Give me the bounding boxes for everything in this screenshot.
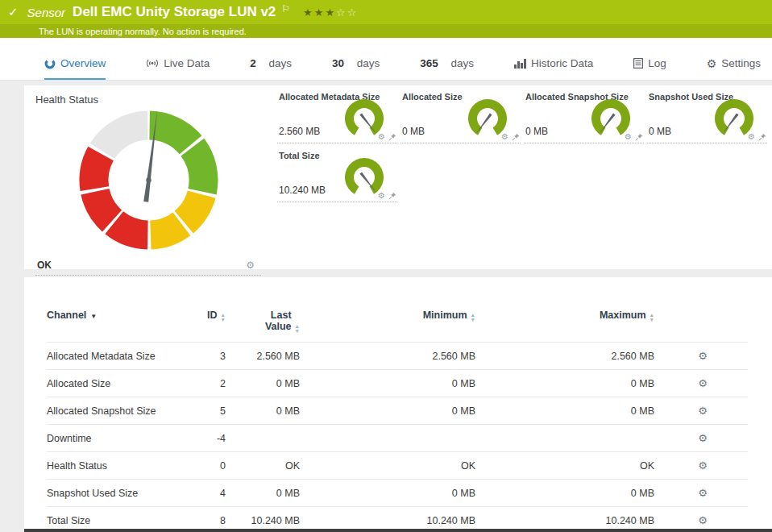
health-footer: OK ⚙ bbox=[35, 258, 261, 276]
column-header-last[interactable]: Last Value▲▼ bbox=[229, 305, 303, 343]
gauge-icons: ⚙ bbox=[625, 133, 643, 141]
column-label: Maximum bbox=[600, 310, 646, 321]
tab-label: Settings bbox=[721, 57, 761, 69]
sort-desc-icon: ▼ bbox=[90, 313, 97, 320]
column-label: Minimum bbox=[423, 310, 467, 321]
last-cell bbox=[229, 425, 303, 452]
tab-30-days[interactable]: 30 days bbox=[332, 57, 380, 80]
gauge-value: 0 MB bbox=[649, 126, 671, 137]
bottom-divider bbox=[24, 529, 772, 532]
actions-cell: ⚙ bbox=[658, 452, 748, 480]
sort-icon: ▲▼ bbox=[295, 324, 300, 334]
column-header-channel[interactable]: Channel▼ bbox=[47, 305, 184, 343]
channel-cell: Downtime bbox=[47, 425, 184, 452]
tab-historic-data[interactable]: Historic Data bbox=[514, 57, 593, 80]
channel-settings-icon[interactable]: ⚙ bbox=[698, 350, 708, 362]
column-label: Channel bbox=[47, 310, 86, 321]
min-cell: OK bbox=[303, 452, 479, 480]
sort-icon: ▲▼ bbox=[471, 313, 475, 322]
gear-icon[interactable]: ⚙ bbox=[378, 133, 385, 141]
last-cell: 0 MB bbox=[229, 370, 303, 397]
channel-settings-icon[interactable]: ⚙ bbox=[698, 432, 708, 444]
gauge-cell-allocated-size: Allocated Size0 MB⚙ bbox=[401, 92, 521, 143]
max-cell bbox=[479, 425, 658, 452]
id-cell: 2 bbox=[184, 370, 229, 397]
column-header-max[interactable]: Maximum▲▼ bbox=[479, 305, 658, 343]
tab-settings[interactable]: ⚙Settings bbox=[707, 57, 761, 80]
gear-icon[interactable]: ⚙ bbox=[246, 260, 255, 270]
tab-2-days[interactable]: 2 days bbox=[250, 57, 292, 80]
last-cell: OK bbox=[229, 452, 303, 480]
overview-icon bbox=[44, 58, 56, 69]
channel-cell: Snapshot Used Size bbox=[47, 480, 184, 507]
channel-settings-icon[interactable]: ⚙ bbox=[698, 487, 708, 499]
channel-settings-icon[interactable]: ⚙ bbox=[698, 377, 708, 389]
priority-star[interactable]: ☆ bbox=[336, 6, 347, 19]
channel-cell: Allocated Metadata Size bbox=[47, 343, 184, 370]
last-cell: 0 MB bbox=[229, 397, 303, 425]
gear-icon[interactable]: ⚙ bbox=[378, 192, 385, 200]
table-row[interactable]: Allocated Metadata Size32.560 MB2.560 MB… bbox=[47, 343, 748, 370]
column-header-min[interactable]: Minimum▲▼ bbox=[303, 305, 479, 343]
tab-label: Historic Data bbox=[531, 57, 593, 69]
tab-overview[interactable]: Overview bbox=[44, 57, 106, 80]
last-cell: 2.560 MB bbox=[229, 343, 303, 370]
table-row[interactable]: Allocated Size20 MB0 MB0 MB⚙ bbox=[47, 370, 748, 397]
content-area: Health Status OK ⚙ Allocated Metadata Si… bbox=[0, 81, 772, 532]
priority-star[interactable]: ★ bbox=[303, 6, 314, 19]
pin-icon[interactable] bbox=[388, 192, 396, 200]
health-footer-icons: ⚙ bbox=[246, 260, 259, 270]
id-cell: -4 bbox=[184, 425, 229, 452]
channel-settings-icon[interactable]: ⚙ bbox=[698, 459, 708, 472]
tab-label: Log bbox=[648, 57, 666, 69]
tab-365-days[interactable]: 365 days bbox=[420, 57, 474, 80]
table-row[interactable]: Snapshot Used Size40 MB0 MB0 MB⚙ bbox=[47, 480, 748, 507]
max-cell: OK bbox=[479, 452, 658, 480]
gauge-value: 2.560 MB bbox=[279, 126, 320, 137]
id-cell: 5 bbox=[184, 397, 229, 425]
health-status-cell: Health Status OK ⚙ bbox=[24, 85, 272, 269]
actions-cell: ⚙ bbox=[658, 343, 748, 370]
pin-icon[interactable] bbox=[388, 133, 396, 141]
gear-icon[interactable]: ⚙ bbox=[748, 133, 755, 141]
priority-star[interactable]: ★ bbox=[314, 6, 326, 19]
pin-icon[interactable] bbox=[758, 133, 766, 141]
flag-icon[interactable]: ⚐ bbox=[281, 3, 290, 15]
channel-settings-icon[interactable]: ⚙ bbox=[698, 405, 708, 417]
gauge-cell-allocated-metadata-size: Allocated Metadata Size2.560 MB⚙ bbox=[277, 92, 397, 143]
table-row[interactable]: Health Status0OKOKOK⚙ bbox=[47, 452, 748, 480]
gauge-icons: ⚙ bbox=[501, 133, 520, 141]
sort-icon: ▲▼ bbox=[650, 313, 654, 322]
gauge-grid: Allocated Metadata Size2.560 MB⚙Allocate… bbox=[272, 85, 772, 269]
tab-live-data[interactable]: Live Data bbox=[146, 57, 210, 80]
live-data-icon bbox=[146, 58, 159, 69]
historic-data-icon bbox=[514, 59, 526, 69]
tab-label: days bbox=[268, 57, 292, 69]
min-cell: 0 MB bbox=[303, 397, 479, 425]
channel-cell: Allocated Size bbox=[47, 370, 184, 397]
table-row[interactable]: Allocated Snapshot Size50 MB0 MB0 MB⚙ bbox=[47, 397, 748, 425]
object-kind-label: Sensor bbox=[27, 6, 66, 19]
pin-icon[interactable] bbox=[635, 133, 643, 141]
priority-star[interactable]: ☆ bbox=[347, 6, 359, 19]
sensor-status-header: ✓ Sensor Dell EMC Unity Storage LUN v2 ⚐… bbox=[0, 0, 772, 38]
gauge-value: 0 MB bbox=[525, 126, 548, 137]
column-header-id[interactable]: ID▲▼ bbox=[184, 305, 229, 343]
gear-icon[interactable]: ⚙ bbox=[501, 133, 508, 141]
column-header-actions bbox=[658, 305, 748, 343]
priority-stars: ★★★☆☆ bbox=[303, 6, 358, 19]
log-icon bbox=[633, 58, 643, 69]
gauge-icons: ⚙ bbox=[378, 192, 396, 200]
table-row[interactable]: Downtime-4⚙ bbox=[47, 425, 748, 452]
health-panel-title: Health Status bbox=[35, 94, 261, 106]
priority-star[interactable]: ★ bbox=[325, 6, 336, 19]
actions-cell: ⚙ bbox=[658, 397, 748, 425]
tab-label: days bbox=[451, 57, 475, 69]
tab-log[interactable]: Log bbox=[633, 57, 666, 80]
gear-icon[interactable]: ⚙ bbox=[625, 133, 632, 141]
pin-icon[interactable] bbox=[512, 133, 520, 141]
overview-panel: Health Status OK ⚙ Allocated Metadata Si… bbox=[24, 85, 772, 269]
health-gauge bbox=[74, 106, 223, 258]
channel-settings-icon[interactable]: ⚙ bbox=[698, 514, 708, 526]
max-cell: 2.560 MB bbox=[479, 343, 658, 370]
